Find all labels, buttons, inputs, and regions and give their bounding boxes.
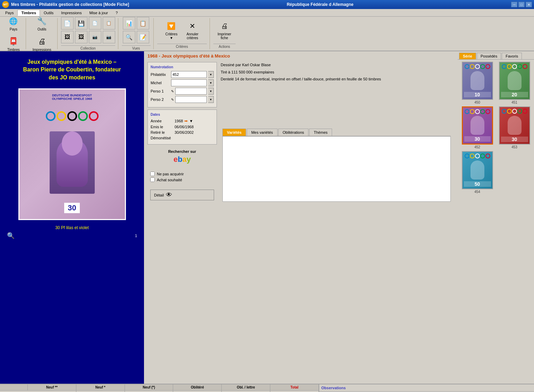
- thumb-val-453: 30: [501, 137, 528, 142]
- pays-icon: 🌐: [8, 16, 19, 27]
- toolbar-group-outils: 🔧 Outils 🖨 Impressions: [27, 18, 58, 49]
- criteres-icon: 🔽: [166, 20, 177, 32]
- retire-label: Retiré le: [151, 130, 173, 134]
- maximize-button[interactable]: □: [518, 2, 525, 7]
- thumb-451[interactable]: 20 451: [497, 62, 532, 104]
- tab-mes-varietes[interactable]: Mes variétés: [247, 129, 277, 136]
- tab-serie[interactable]: Série: [459, 53, 476, 59]
- tab-themes[interactable]: Thèmes: [309, 129, 332, 136]
- philatelix-input[interactable]: [171, 71, 207, 78]
- perso2-edit-icon[interactable]: ✎: [171, 98, 174, 102]
- collection-section-label: Collection: [61, 45, 115, 50]
- stamp-nav-number: 1: [135, 234, 137, 238]
- tab-obliterations[interactable]: Oblitérations: [278, 129, 309, 136]
- annee-dropdown-arrow[interactable]: ▼: [189, 119, 193, 123]
- variety-content: [222, 136, 451, 202]
- ne-pas-acquerir-checkbox[interactable]: [150, 172, 155, 176]
- collection-btn3[interactable]: 📄: [89, 17, 101, 29]
- michel-input[interactable]: [171, 79, 207, 86]
- cotes-obl-lettre: [222, 391, 270, 392]
- toolbar-outils-button[interactable]: 🔧 Outils: [33, 14, 51, 33]
- philatelix-dropdown[interactable]: ▼: [208, 71, 214, 78]
- vues-btn2[interactable]: 📋: [137, 17, 149, 29]
- achat-souhaite-label: Achat souhaité: [157, 178, 182, 182]
- menu-help[interactable]: ?: [112, 10, 121, 16]
- vues-btn1[interactable]: 📊: [123, 17, 135, 29]
- stamp-face-value: 30: [64, 203, 79, 213]
- tab-favoris[interactable]: Favoris: [502, 53, 522, 59]
- ebay-a: a: [183, 155, 187, 164]
- thumb-face-453: [508, 116, 522, 135]
- thumb-val-454: 50: [464, 181, 491, 187]
- criteres-button[interactable]: 🔽 Critères▼: [162, 19, 180, 42]
- portrait-head: [62, 131, 83, 156]
- series-tabs: Série Possédés Favoris: [458, 51, 534, 60]
- zoom-button[interactable]: 🔍: [7, 232, 15, 239]
- toolbar-timbres-button[interactable]: 📮 Timbres: [4, 34, 23, 53]
- collection-btn5[interactable]: 🖼: [61, 31, 74, 43]
- minimize-button[interactable]: ─: [511, 2, 517, 7]
- left-forms: Numérotation Philatélix ▼ Michel ▼ Perso…: [147, 62, 217, 202]
- annee-arrow[interactable]: ➡: [184, 119, 188, 123]
- thumb-face-454: [471, 160, 484, 180]
- menu-impressions[interactable]: Impressions: [57, 10, 85, 16]
- thumb-rings-451: [502, 64, 527, 69]
- collection-btn8[interactable]: 📷: [103, 31, 115, 43]
- michel-dropdown[interactable]: ▼: [208, 79, 214, 86]
- ring-1: [46, 111, 56, 121]
- description-text: Dentelé 14 de format vertical, imprimé e…: [221, 76, 452, 82]
- obs-title: Observations: [319, 384, 534, 392]
- close-button[interactable]: ✕: [526, 2, 532, 7]
- app-title: Mes timbres - Philatélix gestion de coll…: [11, 2, 129, 7]
- thumb-454[interactable]: 50 454: [460, 151, 495, 194]
- num-row-michel: Michel ▼: [151, 79, 214, 86]
- perso1-edit-icon[interactable]: ✎: [171, 89, 174, 93]
- collection-btn2[interactable]: 💾: [75, 17, 87, 29]
- outils-icon: 🔧: [36, 16, 48, 27]
- ring-4: [78, 111, 88, 121]
- thumb-453[interactable]: 30 453: [497, 106, 532, 149]
- annuler-criteres-button[interactable]: ✕ Annulercritères: [183, 19, 201, 42]
- cotes-neuf1: [76, 391, 125, 392]
- thumb-num-451: 451: [511, 101, 517, 104]
- outils-label: Outils: [37, 27, 46, 31]
- toolbar-impressions-button[interactable]: 🖨 Impressions: [29, 34, 54, 53]
- middle-inner: Numérotation Philatélix ▼ Michel ▼ Perso…: [144, 61, 458, 203]
- collection-btn7[interactable]: 📷: [89, 31, 101, 43]
- thumb-452[interactable]: 30 452: [460, 106, 495, 149]
- achat-souhaite-checkbox[interactable]: [150, 177, 155, 182]
- menu-maj[interactable]: Mise à jour: [85, 10, 112, 16]
- main-content: Jeux olympiques d'été à Mexico – Baron P…: [0, 51, 534, 384]
- perso2-input[interactable]: [175, 96, 207, 103]
- tab-varietes[interactable]: Variétés: [222, 129, 246, 136]
- vues-btn3[interactable]: 🔍: [123, 31, 135, 43]
- perso1-input[interactable]: [175, 88, 207, 95]
- vues-btn4[interactable]: 📝: [137, 31, 149, 43]
- thumb-num-454: 454: [474, 190, 480, 194]
- perso1-dropdown[interactable]: ▼: [208, 88, 214, 95]
- imprimer-button[interactable]: 🖨 Imprimerfiche: [214, 19, 234, 42]
- ring-5: [89, 111, 99, 121]
- thumb-450[interactable]: 10 450: [460, 62, 495, 104]
- ph-neuf0: Neuf (*): [125, 384, 173, 390]
- checkboxes: Ne pas acquérir Achat souhaité: [147, 169, 217, 186]
- annee-label: Année: [151, 119, 173, 123]
- collection-btn4[interactable]: 📋: [103, 17, 115, 29]
- numbering-box: Numérotation Philatélix ▼ Michel ▼ Perso…: [147, 62, 217, 107]
- title-bar-left: MT Mes timbres - Philatélix gestion de c…: [2, 1, 129, 8]
- collection-btn1[interactable]: 📄: [61, 17, 74, 29]
- perso2-label: Perso 2: [151, 97, 170, 102]
- tab-possedes[interactable]: Possédés: [477, 53, 501, 59]
- price-row-cotes: Cotes 0.55 0.45 1.15: [0, 391, 319, 392]
- pays-label: Pays: [10, 27, 17, 31]
- thumb-face-450: [471, 71, 484, 90]
- date-row-demonetise: Démonétisé: [151, 136, 214, 140]
- perso2-dropdown[interactable]: ▼: [208, 96, 214, 103]
- app-logo: MT: [2, 1, 9, 8]
- num-row-perso2: Perso 2 ✎ ▼: [151, 96, 214, 103]
- ebay-logo[interactable]: ebay: [150, 155, 214, 164]
- detail-button[interactable]: Détail 👁: [150, 190, 214, 200]
- ph-neuf2: Neuf **: [28, 384, 76, 390]
- toolbar-pays-button[interactable]: 🌐 Pays: [5, 14, 22, 33]
- collection-btn6[interactable]: 🖼: [75, 31, 87, 43]
